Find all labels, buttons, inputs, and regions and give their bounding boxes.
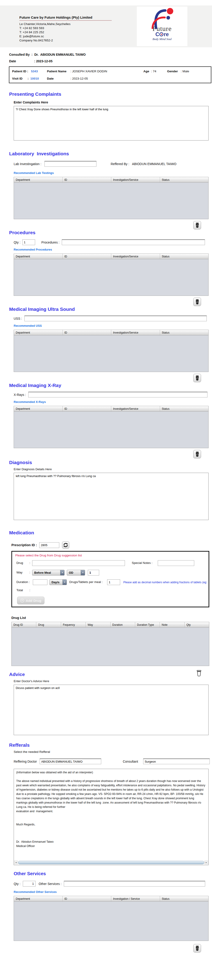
referring-doctor-input[interactable] [40,759,101,764]
uss-table-header: Department ID Investigation/Service Stat… [14,330,208,336]
recommended-xrays-link[interactable]: Recommended X-Rays [14,400,46,404]
duration-unit-select[interactable]: Day/s ▼ [50,579,67,585]
consulted-by-label: Consulted By : Dr. [9,53,39,56]
visit-date-label: Date [47,77,53,80]
diagnosis-textarea[interactable]: left lung Pneumaothorax with ?? Pulmonar… [14,473,209,520]
drug-list-table: Drug ID Drug Fequency Way Duration Durat… [11,622,209,666]
lab-investigation-input[interactable] [45,161,96,167]
section-heading-procedures: Procedures [9,230,212,235]
recommended-other-services-link[interactable]: Recommended Other Services [14,890,57,894]
referred-by-value: ABIODUN EMMANUEL TAIWO [132,162,177,166]
scrollbar-thumb[interactable] [18,861,204,864]
column-header-duration: Duration [111,622,135,627]
procedures-qty-input[interactable] [22,239,35,245]
patient-id-value: 5343 [31,70,38,73]
add-drug-button[interactable]: + Add Drug [17,597,45,605]
special-notes-input[interactable] [158,560,194,566]
drug-list-table-header: Drug ID Drug Fequency Way Duration Durat… [11,622,209,628]
column-header-id: ID [63,896,111,901]
other-services-table-body [14,902,208,941]
age-label: Age [143,70,149,73]
column-header-investigation-service: Investigation/Service [111,254,160,259]
way-qty-input[interactable] [88,570,99,576]
referral-sub-label: Select the needed Refferal [14,750,212,754]
way-colon: : [29,571,31,574]
column-header-investigation-service: Investigation/Service [111,330,160,335]
trash-icon [195,223,199,228]
company-number: Company No.8417652-2 [19,38,112,43]
scroll-right-icon[interactable]: ► [204,861,208,864]
column-header-id: ID [63,406,111,411]
recommended-lab-testings-link[interactable]: Recommended Lab Testings [14,171,54,175]
column-header-department: Department [14,896,63,901]
total-label: Total [16,589,23,592]
procedures-delete-button[interactable] [193,298,201,306]
section-heading-medication: Medication [9,530,212,536]
column-header-id: ID [63,330,111,335]
consultant-label: Consultant [123,760,138,763]
recommended-uss-link[interactable]: Recommended USS [14,324,42,328]
per-meal-input[interactable] [107,579,120,585]
horizontal-scrollbar[interactable]: ◄ ► [14,860,208,865]
refresh-icon [63,542,68,547]
recommended-procedures-link[interactable]: Recommended Procedures [14,248,52,251]
drug-list-delete-button[interactable] [195,669,203,677]
section-heading-diagnosis: Diagnosis [9,460,212,465]
column-header-status: Status [160,896,209,901]
referral-letter-text[interactable]: (Information below was obtained with the… [14,769,208,860]
procedures-table-header: Department ID Investigation/Service Stat… [14,254,208,259]
prescription-id-input[interactable] [39,542,59,548]
scroll-left-icon[interactable]: ◄ [14,861,18,864]
column-header-investigation-service: Investigation/Service [111,177,160,182]
uss-input[interactable] [24,316,207,321]
section-heading-laboratory: Laboratory Investigations [9,151,212,156]
other-qty-input[interactable] [23,881,35,886]
column-header-status: Status [160,254,209,259]
prescription-refresh-button[interactable] [62,541,69,549]
logo-future-text: Future [153,26,172,32]
xray-table: Department ID Investigation/Service Stat… [14,406,209,448]
way-select[interactable]: Before Meal ▼ [32,570,64,576]
age-value: : 74 [151,70,156,73]
date-line: Date: 2023-12-05 [9,59,212,63]
other-services-label: Other Services : [39,882,61,886]
uss-delete-button[interactable] [193,374,201,382]
duration-input[interactable] [33,579,47,585]
procedures-table: Department ID Investigation/Service Stat… [14,253,209,296]
procedures-input[interactable] [62,239,205,245]
company-phone-1: T: +24 82 593 593 [19,26,112,30]
xray-table-body [14,412,208,448]
other-services-delete-button[interactable] [193,944,201,953]
drug-colon: : [29,561,31,565]
column-header-department: Department [14,254,63,259]
add-drug-label: Add Drug [26,599,41,603]
frequency-select[interactable]: OD ▼ [67,570,85,576]
consultant-input[interactable] [143,759,210,764]
complaints-textarea[interactable]: ?/ Chest Xray Done shows Pneumothorax in… [14,106,209,140]
heart-icon: ♥ [159,32,164,37]
xray-table-header: Department ID Investigation/Service Stat… [14,406,208,412]
date-label: Date [9,59,34,63]
drug-input[interactable] [32,560,125,566]
trash-icon [196,670,202,676]
other-services-input[interactable] [64,881,205,886]
gender-value: : Male [181,70,189,73]
fractions-hint: Please add as decimal numbers when addin… [123,581,208,584]
column-header-way: Way [86,622,110,627]
procedures-label: Procedures : [42,240,59,244]
advice-textarea[interactable]: Dicuss patient with surgeon on acll [14,685,209,735]
xray-input[interactable] [28,392,207,398]
gender-label: Gender [167,70,178,73]
xray-delete-button[interactable] [193,450,201,458]
consulted-by-line: Consulted By : Dr. ABIODUN EMMANUEL TAIW… [9,53,212,56]
logo-care-re: re [164,32,169,37]
chevron-down-icon: ▼ [81,570,85,575]
way-select-value: Before Meal [32,571,60,574]
procedures-qty-label: Qty : [14,240,21,244]
patient-info-box: Patient ID : 5343 Patient Name : JOSEPH … [9,67,211,83]
xray-label: X-Rays : [14,393,26,396]
column-header-duration-type: Duration Type [135,622,160,627]
plus-icon: + [20,599,24,603]
lab-delete-button[interactable] [193,221,201,229]
visit-id-value: 10010 [31,77,39,80]
